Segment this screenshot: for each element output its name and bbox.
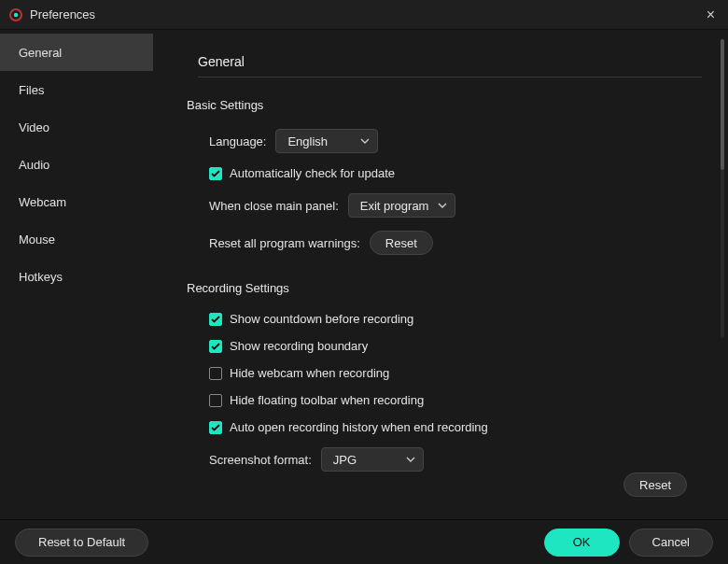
sidebar-item-label: Audio	[19, 158, 49, 172]
sidebar-item-label: Hotkeys	[19, 270, 63, 284]
auto-update-label: Automatically check for update	[230, 166, 395, 180]
countdown-label: Show countdown before recording	[230, 312, 413, 326]
sidebar-item-label: Files	[19, 83, 44, 97]
sidebar-item-label: Video	[19, 120, 49, 134]
close-panel-select[interactable]: Exit program	[348, 193, 456, 218]
countdown-checkbox[interactable]	[209, 313, 222, 326]
app-logo-icon	[9, 8, 22, 21]
chevron-down-icon	[438, 203, 447, 208]
sidebar-item-video[interactable]: Video	[0, 108, 153, 146]
reset-to-default-button[interactable]: Reset to Default	[15, 529, 148, 557]
reset-warnings-button[interactable]: Reset	[370, 231, 433, 255]
sidebar: General Files Video Audio Webcam Mouse H…	[0, 30, 153, 519]
language-label: Language:	[209, 134, 266, 148]
titlebar: Preferences ×	[0, 0, 728, 30]
window-title: Preferences	[30, 7, 95, 21]
sidebar-item-hotkeys[interactable]: Hotkeys	[0, 258, 153, 295]
sidebar-item-general[interactable]: General	[0, 34, 153, 71]
language-select[interactable]: English	[275, 129, 378, 153]
scrollbar-thumb[interactable]	[721, 39, 724, 170]
auto-open-checkbox[interactable]	[209, 421, 222, 434]
recording-settings-heading: Recording Settings	[187, 281, 702, 295]
hide-toolbar-label: Hide floating toolbar when recording	[230, 393, 424, 407]
hide-webcam-label: Hide webcam when recording	[230, 366, 389, 380]
screenshot-format-label: Screenshot format:	[209, 453, 312, 467]
boundary-checkbox[interactable]	[209, 340, 222, 353]
hide-toolbar-checkbox[interactable]	[209, 394, 222, 407]
footer: Reset to Default OK Cancel	[0, 519, 728, 564]
close-panel-label: When close main panel:	[209, 199, 339, 213]
ok-button[interactable]: OK	[544, 529, 620, 557]
screenshot-format-select[interactable]: JPG	[321, 447, 424, 472]
sidebar-item-files[interactable]: Files	[0, 71, 153, 108]
chevron-down-icon	[406, 457, 415, 462]
content-panel: General Basic Settings Language: English…	[153, 30, 728, 519]
auto-update-checkbox[interactable]	[209, 167, 222, 180]
section-title: General	[198, 54, 702, 78]
sidebar-item-label: Webcam	[19, 195, 66, 209]
close-button[interactable]: ×	[703, 7, 719, 23]
reset-warnings-label: Reset all program warnings:	[209, 236, 360, 250]
cancel-button[interactable]: Cancel	[629, 529, 713, 557]
scrollbar[interactable]	[721, 39, 724, 338]
screenshot-format-value: JPG	[333, 453, 357, 467]
sidebar-item-label: Mouse	[19, 233, 55, 247]
sidebar-item-audio[interactable]: Audio	[0, 146, 153, 183]
svg-point-1	[14, 12, 18, 16]
hide-webcam-checkbox[interactable]	[209, 367, 222, 380]
close-panel-value: Exit program	[360, 199, 429, 213]
sidebar-item-mouse[interactable]: Mouse	[0, 220, 153, 258]
auto-open-label: Auto open recording history when end rec…	[230, 420, 488, 434]
basic-settings-heading: Basic Settings	[187, 98, 702, 112]
reset-section-button[interactable]: Reset	[623, 472, 687, 497]
chevron-down-icon	[360, 138, 370, 144]
language-value: English	[287, 134, 328, 148]
boundary-label: Show recording boundary	[230, 339, 368, 353]
sidebar-item-label: General	[19, 46, 62, 60]
sidebar-item-webcam[interactable]: Webcam	[0, 183, 153, 220]
